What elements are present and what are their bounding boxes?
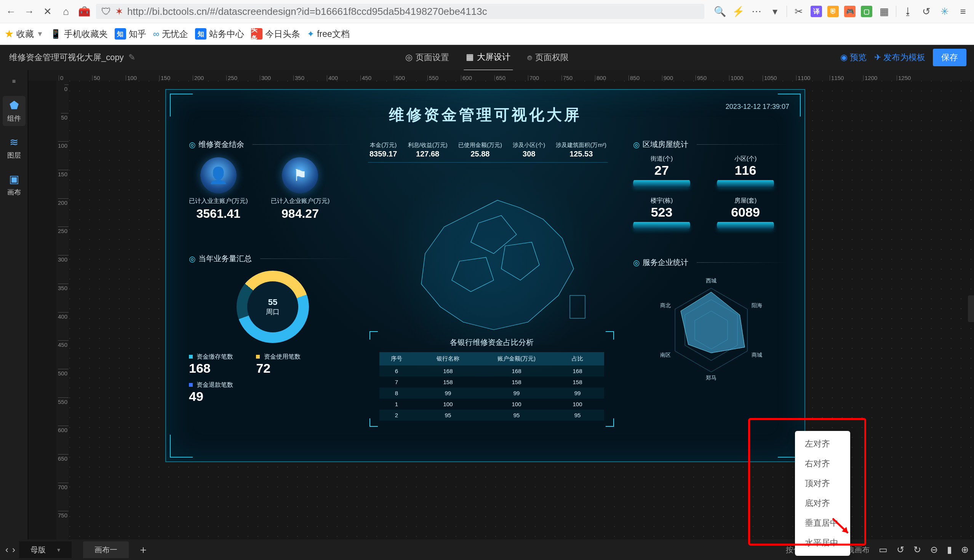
tab-label: 页面权限: [535, 52, 569, 63]
zhihu-badge-icon: 知: [115, 28, 126, 40]
hamburger-icon[interactable]: ≡: [956, 5, 969, 18]
bookmark-mobile[interactable]: 📱 手机收藏夹: [50, 28, 108, 40]
rail-menu-icon[interactable]: ≡: [7, 74, 22, 89]
browser-toolbar: ← → ✕ ⌂ 🧰 🛡 ✶ http://bi.bctools.cn/#/dat…: [0, 0, 974, 23]
zoom-icon[interactable]: 🔍: [713, 5, 727, 18]
tab-permissions[interactable]: ⌾ 页面权限: [525, 45, 571, 71]
chevron-left-icon[interactable]: ‹: [5, 544, 8, 555]
bookmark-favorites[interactable]: ★ 收藏 ▼: [5, 28, 43, 40]
undo-icon[interactable]: ↺: [897, 544, 904, 555]
table-cell: 2: [379, 412, 414, 418]
bookmark-zhanzhong[interactable]: 知 站务中心: [195, 28, 244, 40]
tab-canvas-one[interactable]: 画布一: [83, 541, 129, 558]
table-cell: 99: [482, 390, 551, 396]
panel-title: 当年业务量汇总: [189, 253, 356, 264]
save-button[interactable]: 保存: [933, 49, 966, 66]
panel-title: 区域房屋统计: [633, 139, 789, 150]
panel-title: 服务企业统计: [633, 257, 789, 268]
metric-value: 3561.41: [189, 207, 248, 221]
table-column-header: 序号: [379, 355, 414, 362]
preview-link[interactable]: ◉ 预览: [840, 52, 867, 63]
panel-fund-balance: 维修资金结余 👤 已计入业主账户(万元) 3561.41 ⚑ 已计入企业账户(万…: [189, 139, 356, 221]
download-icon[interactable]: ⭳: [902, 5, 915, 18]
briefcase-icon[interactable]: 🧰: [78, 5, 91, 18]
nav-stop-icon[interactable]: ✕: [41, 5, 54, 18]
book-ext-icon[interactable]: ▢: [861, 6, 872, 17]
add-canvas-button[interactable]: ＋: [138, 542, 149, 557]
tab-label: 母版: [30, 545, 46, 555]
chevron-down-icon[interactable]: ▾: [768, 5, 781, 18]
toolbar-right: 🔍 ⚡ ⋯ ▾ ✂ 译 ⛨ 🎮 ▢ ▦ ⭳ ↺ ✳ ≡: [710, 5, 969, 18]
bookmark-wuyou[interactable]: ∞ 无忧企: [153, 28, 188, 40]
tab-master[interactable]: 母版 ▾: [19, 541, 72, 558]
mode-tabs: ◎ 页面设置 ▦ 大屏设计 ⌾ 页面权限: [403, 45, 571, 71]
align-right-item[interactable]: 右对齐: [795, 454, 850, 473]
table-cell: 100: [414, 401, 482, 407]
rail-canvas[interactable]: ▣ 画布: [3, 170, 25, 200]
translate-ext-icon[interactable]: 译: [810, 6, 822, 17]
table-cell: 1: [379, 401, 414, 407]
table-cell: 95: [482, 412, 551, 418]
kpi-card: 街道(个) 27: [633, 155, 690, 187]
bookmark-zhihu[interactable]: 知 知乎: [115, 28, 146, 40]
table-row: 7158158158: [379, 377, 604, 388]
metric-label: 资金退款笔数: [197, 382, 233, 388]
bookmark-label: 知乎: [129, 28, 146, 40]
app-header: 维修资金管理可视化大屏_copy ✎ ◎ 页面设置 ▦ 大屏设计 ⌾ 页面权限 …: [0, 45, 974, 70]
nav-back-icon[interactable]: ←: [5, 5, 18, 18]
align-left-item[interactable]: 左对齐: [795, 434, 850, 454]
metric-value: 127.68: [408, 150, 448, 158]
sync-icon[interactable]: ✳: [938, 5, 951, 18]
align-vcenter-item[interactable]: 垂直居中: [795, 513, 850, 533]
dashboard-timestamp: 2023-12-12 17:39:07: [726, 103, 789, 111]
legend-dot-icon: [256, 355, 260, 358]
tool-rail: ≡ ⬟ 组件 ≋ 图层 ▣ 画布: [0, 70, 28, 540]
rail-label: 组件: [7, 114, 21, 123]
rail-layers[interactable]: ≋ 图层: [3, 133, 25, 163]
tab-label: 大屏设计: [477, 52, 510, 63]
table-cell: 100: [551, 401, 604, 407]
right-panel-handle[interactable]: [968, 295, 974, 322]
metric-label: 已计入企业账户(万元): [271, 197, 330, 205]
redo-icon[interactable]: ↻: [914, 544, 921, 555]
doc-title-text: 维修资金管理可视化大屏_copy: [9, 52, 124, 63]
eye-icon: ◉: [840, 53, 847, 62]
align-popover-button[interactable]: ▭: [879, 544, 887, 555]
zoom-slider[interactable]: ▮: [947, 544, 952, 555]
tab-label: 画布一: [94, 545, 117, 555]
bookmark-toutiao[interactable]: 头条 今日头条: [251, 28, 300, 40]
center-stat: 本金(万元)8359.17: [369, 142, 397, 158]
rail-components[interactable]: ⬟ 组件: [3, 96, 25, 126]
zoom-out-icon[interactable]: ⊖: [930, 544, 938, 555]
link-label: 预览: [850, 52, 867, 63]
tab-design[interactable]: ▦ 大屏设计: [464, 45, 513, 71]
publish-template-link[interactable]: ✈ 发布为模板: [874, 52, 925, 63]
table-header: 序号银行名称账户金额(万元)占比: [379, 352, 604, 365]
link-label: 发布为模板: [883, 52, 925, 63]
chevron-right-icon[interactable]: ›: [12, 544, 15, 555]
align-bottom-item[interactable]: 底对齐: [795, 493, 850, 513]
game-ext-icon[interactable]: 🎮: [844, 6, 855, 17]
table-cell: 99: [551, 390, 604, 396]
bolt-icon[interactable]: ⚡: [732, 5, 745, 18]
table-cell: 168: [551, 368, 604, 374]
bookmark-freedoc[interactable]: ✦ free文档: [307, 28, 350, 40]
nav-home-icon[interactable]: ⌂: [59, 5, 72, 18]
align-top-item[interactable]: 顶对齐: [795, 473, 850, 493]
donut-value: 55: [268, 297, 277, 307]
tab-page-settings[interactable]: ◎ 页面设置: [403, 45, 451, 71]
center-stat: 已使用金额(万元)25.88: [458, 142, 502, 158]
svg-rect-0: [570, 295, 585, 318]
pencil-icon[interactable]: ✎: [129, 53, 135, 62]
more-icon[interactable]: ⋯: [750, 5, 763, 18]
zoom-in-icon[interactable]: ⊕: [961, 544, 969, 555]
align-hcenter-item[interactable]: 水平居中: [795, 533, 850, 553]
undo-circle-icon[interactable]: ↺: [920, 5, 933, 18]
address-bar[interactable]: 🛡 ✶ http://bi.bctools.cn/#/datascreendes…: [96, 4, 704, 19]
grid-ext-icon[interactable]: ▦: [878, 5, 890, 18]
nav-forward-icon[interactable]: →: [23, 5, 36, 18]
dashboard[interactable]: 维修资金管理可视化大屏 2023-12-12 17:39:07 维修资金结余 👤…: [165, 89, 805, 462]
shield-ext-icon[interactable]: ⛨: [827, 6, 839, 17]
svg-marker-4: [681, 292, 745, 353]
scissors-icon[interactable]: ✂: [792, 5, 805, 18]
